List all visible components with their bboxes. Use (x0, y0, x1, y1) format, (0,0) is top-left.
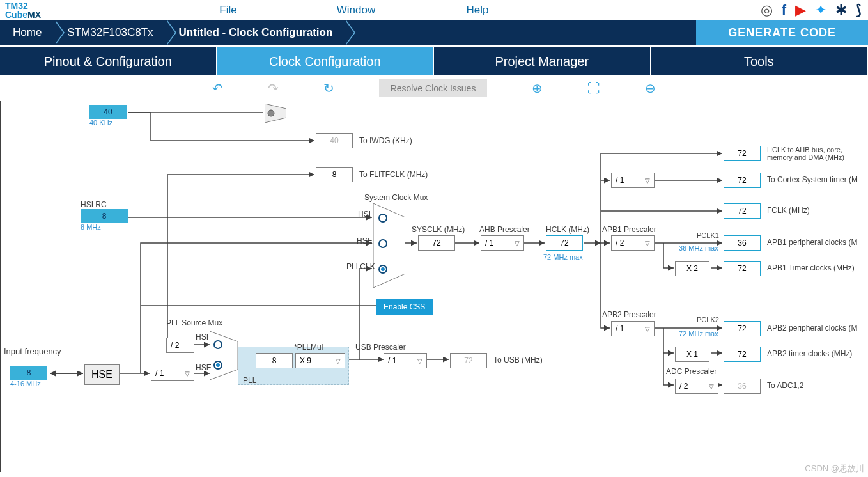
hse-divider-select[interactable]: / 1▽ (151, 366, 194, 381)
menu-bar: TM32 CubeMX File Window Help ◎ f ▶ ✦ ✱ ⟆ (0, 0, 868, 20)
apb1-timer-label: APB1 Timer clocks (MHz) (767, 263, 855, 272)
ahb-prescaler-select[interactable]: / 1▽ (481, 235, 524, 251)
sysmux-title: System Clock Mux (364, 193, 428, 202)
apb2-title: APB2 Prescaler (602, 310, 656, 319)
flitfclk-label: To FLITFCLK (MHz) (359, 170, 428, 179)
st-icon[interactable]: ⟆ (856, 2, 862, 19)
crumb-home[interactable]: Home (0, 20, 54, 45)
tab-tools[interactable]: Tools (651, 47, 869, 75)
badge-icon: ◎ (761, 2, 773, 19)
cortex-div-select[interactable]: / 1▽ (611, 173, 655, 188)
pll-hsi-label: HSI (196, 332, 208, 341)
cortex-label: To Cortex System timer (M (767, 175, 858, 184)
network-icon[interactable]: ✱ (835, 2, 847, 19)
apb1-prescaler-select[interactable]: / 2▽ (611, 235, 655, 251)
adc-title: ADC Prescaler (666, 367, 717, 376)
app-logo: TM32 CubeMX (0, 1, 46, 19)
input-freq-value[interactable]: 8 (10, 366, 47, 380)
crumb-project[interactable]: Untitled - Clock Configuration (166, 20, 346, 45)
youtube-icon[interactable]: ▶ (795, 2, 806, 19)
adc-prescaler-select[interactable]: / 2▽ (675, 379, 718, 394)
ahb-label: AHB Prescaler (479, 225, 530, 234)
svg-point-1 (268, 110, 274, 116)
fclk-label: FCLK (MHz) (767, 206, 810, 215)
sysclk-label: SYSCLK (MHz) (412, 225, 465, 234)
clock-diagram[interactable]: 40 40 KHz 40 To IWDG (KHz) 8 To FLITFCLK… (0, 101, 868, 472)
hclk-max: 72 MHz max (543, 253, 583, 261)
generate-code-button[interactable]: GENERATE CODE (696, 20, 868, 45)
sysmux-hsi-label: HSI (358, 210, 371, 219)
sysmux-hsi-radio[interactable] (378, 214, 387, 223)
menu-help[interactable]: Help (430, 4, 525, 17)
breadcrumb: Home STM32F103C8Tx Untitled - Clock Conf… (0, 20, 868, 45)
adc-value: 36 (724, 379, 761, 394)
apb1-max: 36 MHz max (679, 244, 718, 252)
tab-bar: Pinout & Configuration Clock Configurati… (0, 47, 868, 75)
menu-file[interactable]: File (180, 4, 276, 17)
pll-mul-label: *PLLMul (294, 343, 323, 352)
watermark: CSDN @思故川 (805, 463, 864, 474)
sysclk-value[interactable]: 72 (418, 235, 455, 251)
fullscreen-icon[interactable]: ⛶ (587, 81, 600, 96)
apb1-timer-mul: X 2 (675, 261, 709, 276)
fclk-value: 72 (724, 203, 761, 219)
hsi-unit: 8 MHz (81, 223, 128, 231)
out-hclk-label: HCLK to AHB bus, core, memory and DMA (M… (767, 146, 868, 161)
apb1-title: APB1 Prescaler (602, 225, 656, 234)
refresh-icon[interactable]: ↻ (323, 81, 334, 96)
apb2-periph-value: 72 (724, 321, 761, 336)
facebook-icon[interactable]: f (782, 2, 786, 19)
apb2-timer-mul: X 1 (675, 347, 709, 362)
zoom-in-icon[interactable]: ⊕ (532, 81, 543, 96)
apb2-timer-label: APB2 timer clocks (MHz) (767, 349, 852, 358)
usb-label: To USB (MHz) (493, 356, 543, 364)
lsi-value: 40 (89, 105, 127, 119)
pll-name: PLL (243, 376, 256, 385)
pll-mux-hse-radio[interactable] (213, 361, 222, 370)
resolve-clock-button[interactable]: Resolve Clock Issues (379, 79, 488, 97)
hclk-value[interactable]: 72 (546, 235, 583, 251)
twitter-icon[interactable]: ✦ (815, 2, 826, 19)
undo-icon[interactable]: ↶ (212, 81, 223, 96)
hsi-title: HSI RC (81, 200, 128, 209)
input-freq-unit: 4-16 MHz (10, 380, 47, 387)
tab-project-manager[interactable]: Project Manager (434, 47, 651, 75)
sysmux-hse-label: HSE (357, 237, 373, 246)
sysmux-pllclk-radio[interactable] (378, 265, 387, 274)
out-hclk-value: 72 (724, 146, 761, 161)
svg-marker-2 (210, 331, 238, 380)
enable-css-button[interactable]: Enable CSS (376, 299, 433, 315)
apb1-periph-label: APB1 peripheral clocks (M (767, 238, 857, 247)
adc-label: To ADC1,2 (767, 381, 803, 390)
hse-box: HSE (84, 364, 120, 385)
flitfclk-value: 8 (316, 167, 353, 182)
tab-clock[interactable]: Clock Configuration (217, 47, 435, 75)
menu-window[interactable]: Window (308, 4, 404, 17)
apb1-periph-value: 36 (724, 235, 761, 251)
apb2-periph-label: APB2 peripheral clocks (M (767, 324, 857, 332)
pll-input-value: 8 (256, 353, 293, 368)
apb1-pclk-label: PCLK1 (697, 231, 719, 239)
apb2-prescaler-select[interactable]: / 1▽ (611, 321, 655, 336)
sysmux-hse-radio[interactable] (378, 239, 387, 248)
crumb-chip[interactable]: STM32F103C8Tx (54, 20, 166, 45)
toolbar: ↶ ↷ ↻ Resolve Clock Issues ⊕ ⛶ ⊖ (0, 75, 868, 101)
hclk-label: HCLK (MHz) (546, 225, 589, 234)
pll-mul-select[interactable]: X 9▽ (295, 353, 345, 368)
apb2-max: 72 MHz max (679, 330, 718, 338)
usb-value: 72 (450, 353, 487, 368)
cortex-value: 72 (724, 173, 761, 188)
pll-source-mux[interactable] (210, 331, 238, 380)
tab-pinout[interactable]: Pinout & Configuration (0, 47, 217, 75)
apb2-pclk-label: PCLK2 (697, 316, 719, 324)
zoom-out-icon[interactable]: ⊖ (645, 81, 656, 96)
lsi-unit: 40 KHz (89, 119, 127, 127)
iwdg-label: To IWDG (KHz) (359, 136, 412, 145)
pll-mux-hsi-radio[interactable] (213, 340, 222, 349)
iwdg-value: 40 (316, 133, 353, 148)
redo-icon[interactable]: ↷ (268, 81, 279, 96)
sysmux-pllclk-label: PLLCLK (346, 262, 375, 271)
apb1-timer-value: 72 (724, 261, 761, 276)
system-clock-mux[interactable] (373, 203, 405, 288)
usb-prescaler-select[interactable]: / 1▽ (384, 353, 427, 368)
